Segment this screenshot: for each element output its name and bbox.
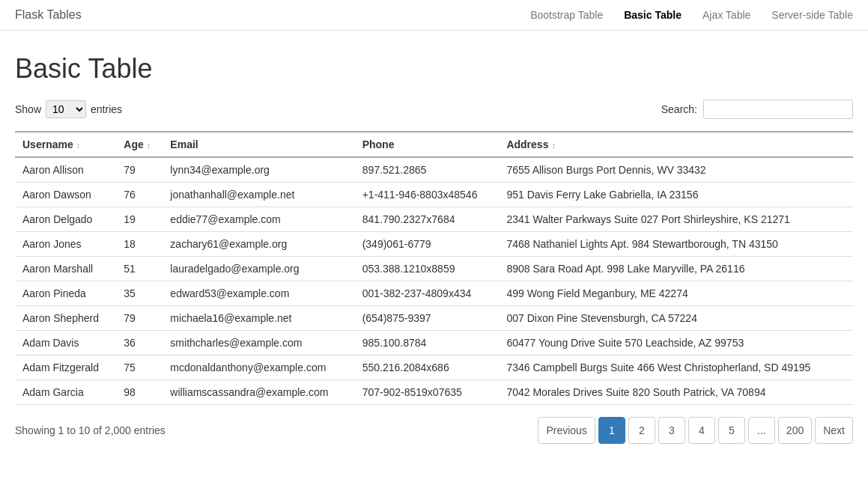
nav-link-bootstrap-table[interactable]: Bootstrap Table (530, 9, 603, 21)
search-row: Search: (661, 100, 853, 119)
table-row: Aaron Marshall51lauradelgado@example.org… (15, 257, 853, 281)
cell-username: Aaron Pineda (15, 281, 116, 306)
show-label: Show (15, 103, 41, 115)
cell-age: 79 (116, 157, 163, 183)
cell-username: Aaron Shepherd (15, 306, 116, 331)
nav-brand: Flask Tables (15, 8, 82, 22)
cell-address: 7468 Nathaniel Lights Apt. 984 Stewartbo… (499, 232, 853, 257)
cell-phone: 707-902-8519x07635 (355, 380, 500, 405)
cell-email: jonathanhall@example.net (163, 183, 354, 207)
cell-username: Aaron Delgado (15, 207, 116, 232)
cell-age: 51 (116, 257, 163, 281)
sort-icon-address: ↕ (551, 141, 556, 150)
cell-address: 8908 Sara Road Apt. 998 Lake Maryville, … (499, 257, 853, 281)
cell-phone: 985.100.8784 (355, 331, 500, 356)
table-row: Aaron Pineda35edward53@example.com001-38… (15, 281, 853, 306)
pagination-next[interactable]: Next (815, 417, 853, 444)
cell-age: 98 (116, 380, 163, 405)
sort-icon-username: ↕ (76, 141, 81, 150)
search-label: Search: (661, 103, 697, 115)
cell-age: 19 (116, 207, 163, 232)
cell-email: lynn34@example.org (163, 157, 354, 183)
main-content: Basic Table Show 102550100 entries Searc… (0, 31, 868, 459)
cell-username: Adam Garcia (15, 380, 116, 405)
cell-username: Adam Fitzgerald (15, 356, 116, 380)
pagination-page-3[interactable]: 3 (658, 417, 685, 444)
cell-age: 75 (116, 356, 163, 380)
entries-label: entries (91, 103, 122, 115)
cell-phone: (349)061-6779 (355, 232, 500, 257)
table-body: Aaron Allison79lynn34@example.org897.521… (15, 157, 853, 405)
pagination-page-5[interactable]: 5 (718, 417, 745, 444)
cell-age: 79 (116, 306, 163, 331)
cell-username: Aaron Dawson (15, 183, 116, 207)
col-header-address[interactable]: Address↕ (499, 132, 853, 157)
cell-email: michaela16@example.net (163, 306, 354, 331)
cell-username: Aaron Marshall (15, 257, 116, 281)
cell-email: edward53@example.com (163, 281, 354, 306)
table-row: Adam Garcia98williamscassandra@example.c… (15, 380, 853, 405)
table-row: Aaron Dawson76jonathanhall@example.net+1… (15, 183, 853, 207)
cell-email: zachary61@example.org (163, 232, 354, 257)
cell-age: 76 (116, 183, 163, 207)
cell-age: 36 (116, 331, 163, 356)
cell-email: mcdonaldanthony@example.com (163, 356, 354, 380)
cell-email: williamscassandra@example.com (163, 380, 354, 405)
data-table: Username↕Age↕EmailPhoneAddress↕ Aaron Al… (15, 131, 853, 405)
cell-address: 7346 Campbell Burgs Suite 466 West Chris… (499, 356, 853, 380)
showing-text: Showing 1 to 10 of 2,000 entries (15, 424, 166, 436)
cell-address: 7655 Allison Burgs Port Dennis, WV 33432 (499, 157, 853, 183)
navbar: Flask Tables Bootstrap TableBasic TableA… (0, 0, 868, 31)
cell-phone: 897.521.2865 (355, 157, 500, 183)
col-header-phone: Phone (355, 132, 500, 157)
cell-age: 18 (116, 232, 163, 257)
cell-username: Adam Davis (15, 331, 116, 356)
cell-phone: 550.216.2084x686 (355, 356, 500, 380)
cell-address: 7042 Morales Drives Suite 820 South Patr… (499, 380, 853, 405)
nav-link-ajax-table[interactable]: Ajax Table (702, 9, 750, 21)
pagination-ellipsis: ... (748, 417, 775, 444)
pagination-page-4[interactable]: 4 (688, 417, 715, 444)
controls-row: Show 102550100 entries Search: (15, 100, 853, 119)
cell-age: 35 (116, 281, 163, 306)
show-entries-control: Show 102550100 entries (15, 100, 122, 118)
search-input[interactable] (703, 100, 853, 119)
cell-address: 007 Dixon Pine Stevensburgh, CA 57224 (499, 306, 853, 331)
col-header-age[interactable]: Age↕ (116, 132, 163, 157)
table-row: Adam Fitzgerald75mcdonaldanthony@example… (15, 356, 853, 380)
cell-email: lauradelgado@example.org (163, 257, 354, 281)
cell-email: smithcharles@example.com (163, 331, 354, 356)
cell-address: 499 Wong Field Meganbury, ME 42274 (499, 281, 853, 306)
table-row: Aaron Jones18zachary61@example.org(349)0… (15, 232, 853, 257)
entries-select[interactable]: 102550100 (46, 100, 86, 118)
cell-phone: (654)875-9397 (355, 306, 500, 331)
pagination-page-2[interactable]: 2 (628, 417, 655, 444)
cell-phone: 053.388.1210x8859 (355, 257, 500, 281)
cell-address: 60477 Young Drive Suite 570 Leachside, A… (499, 331, 853, 356)
cell-phone: 001-382-237-4809x434 (355, 281, 500, 306)
cell-address: 951 Davis Ferry Lake Gabriella, IA 23156 (499, 183, 853, 207)
cell-username: Aaron Jones (15, 232, 116, 257)
cell-phone: +1-411-946-8803x48546 (355, 183, 500, 207)
table-footer: Showing 1 to 10 of 2,000 entries Previou… (15, 417, 853, 444)
sort-icon-age: ↕ (147, 141, 151, 150)
pagination-previous[interactable]: Previous (538, 417, 595, 444)
pagination: Previous12345...200Next (538, 417, 853, 444)
page-title: Basic Table (15, 53, 853, 85)
table-row: Adam Davis36smithcharles@example.com985.… (15, 331, 853, 356)
nav-link-basic-table[interactable]: Basic Table (624, 9, 682, 21)
cell-username: Aaron Allison (15, 157, 116, 183)
header-row: Username↕Age↕EmailPhoneAddress↕ (15, 132, 853, 157)
cell-email: eddie77@example.com (163, 207, 354, 232)
cell-phone: 841.790.2327x7684 (355, 207, 500, 232)
cell-address: 2341 Walter Parkways Suite 027 Port Shir… (499, 207, 853, 232)
nav-links: Bootstrap TableBasic TableAjax TableServ… (530, 9, 853, 21)
col-header-username[interactable]: Username↕ (15, 132, 116, 157)
table-row: Aaron Shepherd79michaela16@example.net(6… (15, 306, 853, 331)
table-header: Username↕Age↕EmailPhoneAddress↕ (15, 132, 853, 157)
pagination-page-200[interactable]: 200 (778, 417, 812, 444)
table-row: Aaron Allison79lynn34@example.org897.521… (15, 157, 853, 183)
nav-link-server-side-table[interactable]: Server-side Table (771, 9, 853, 21)
pagination-page-1[interactable]: 1 (598, 417, 625, 444)
table-row: Aaron Delgado19eddie77@example.com841.79… (15, 207, 853, 232)
